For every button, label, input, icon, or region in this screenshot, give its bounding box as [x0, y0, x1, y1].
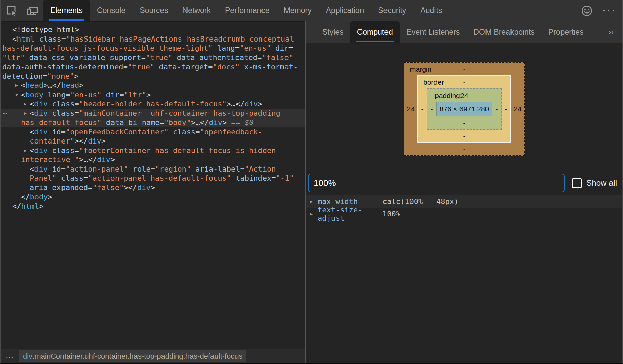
border-left-value[interactable]: - [418, 105, 427, 113]
collapse-arrow-icon[interactable]: ▼ [13, 90, 20, 100]
tab-memory[interactable]: Memory [277, 0, 319, 21]
expand-arrow-icon[interactable]: ▶ [22, 146, 29, 155]
breadcrumb-classes: .mainContainer.uhf-container.has-top-pad… [32, 352, 242, 361]
code-line[interactable]: <div id="action-panel" role="region" ari… [1, 164, 305, 174]
code-text: detection="none"> [1, 72, 78, 81]
margin-top-value[interactable]: - [463, 65, 466, 73]
tab-performance[interactable]: Performance [218, 0, 277, 21]
code-line[interactable]: has-default-focus js-focus-visible theme… [1, 44, 305, 53]
border-top-value[interactable]: - [463, 78, 466, 86]
property-value: calc(100% - 48px) [382, 197, 458, 206]
code-text: <body lang="en-us" dir="ltr"> [1, 90, 151, 100]
box-model-margin[interactable]: margin - 24 border - - [404, 62, 525, 156]
padding-left-value[interactable]: - [427, 105, 436, 113]
code-text: has-default-focus js-focus-visible theme… [1, 44, 293, 53]
padding-label: padding [435, 92, 460, 100]
feedback-smiley-icon[interactable] [580, 4, 593, 17]
code-text: <div class="header-holder has-default-fo… [1, 99, 263, 109]
devtools-toolbar: ElementsConsoleSourcesNetworkPerformance… [1, 0, 622, 22]
code-line[interactable]: </body> [1, 192, 305, 202]
expand-arrow-icon[interactable]: ▶ [310, 199, 318, 204]
toolbar-icons [1, 0, 43, 21]
code-line[interactable]: ⋯▶<div class="mainContainer uhf-containe… [1, 109, 305, 118]
box-model-section: margin - 24 border - - [306, 43, 622, 171]
padding-right-value[interactable]: - [492, 105, 501, 113]
selected-element-menu-icon[interactable]: ⋯ [3, 109, 7, 118]
tab-computed[interactable]: Computed [350, 21, 400, 43]
code-text: "ltr" data-css-variable-support="true" d… [1, 53, 293, 62]
border-bottom-value[interactable]: - [463, 132, 466, 140]
code-line[interactable]: ▼<body lang="en-us" dir="ltr"> [1, 90, 305, 100]
padding-bottom-value[interactable]: - [463, 119, 466, 127]
tab-sources[interactable]: Sources [132, 0, 175, 21]
breadcrumb-tag: div [23, 352, 32, 361]
tab-properties[interactable]: Properties [542, 21, 591, 43]
code-text: data-auth-status-determined="true" data-… [1, 62, 298, 72]
more-options-icon[interactable] [602, 4, 615, 17]
expand-arrow-icon[interactable]: ▶ [310, 211, 318, 216]
code-line[interactable]: <div id="openFeedbackContainer" class="o… [1, 127, 305, 137]
code-line[interactable]: ▶<div class="header-holder has-default-f… [1, 99, 305, 109]
expand-arrow-icon[interactable]: ▶ [22, 109, 29, 118]
code-line[interactable]: ▶<div class="footerContainer has-default… [1, 146, 305, 155]
margin-bottom-value[interactable]: - [463, 145, 466, 153]
code-text: <div class="mainContainer uhf-container … [1, 109, 280, 118]
box-model-padding[interactable]: padding 24 - 876 × 6971.280 - - [427, 88, 502, 130]
device-toolbar-icon[interactable] [26, 4, 39, 17]
code-text: <div class="footerContainer has-default-… [1, 146, 280, 155]
tab-dom-breakpoints[interactable]: DOM Breakpoints [467, 21, 542, 43]
breadcrumb-overflow-icon[interactable]: … [1, 350, 17, 363]
tab-overflow-chevron-icon[interactable]: » [600, 21, 622, 43]
code-text: <div id="openFeedbackContainer" class="o… [1, 127, 263, 137]
tab-security[interactable]: Security [371, 0, 413, 21]
code-line[interactable]: "ltr" data-css-variable-support="true" d… [1, 53, 305, 62]
tab-network[interactable]: Network [175, 0, 218, 21]
computed-filter-row: Show all [306, 171, 622, 195]
padding-top-value[interactable]: 24 [460, 92, 468, 100]
code-line[interactable]: aria-expanded="false"></div> [1, 183, 305, 192]
tab-styles[interactable]: Styles [316, 21, 350, 43]
box-model-border[interactable]: border - - padding 24 - [417, 75, 511, 143]
property-name: max-width [318, 197, 382, 206]
show-all-label: Show all [586, 178, 617, 188]
code-line[interactable]: Panel" class="action-panel has-default-f… [1, 174, 305, 183]
computed-filter-input[interactable] [308, 174, 565, 192]
computed-property-row[interactable]: ▶text-size-adjust100% [306, 208, 622, 220]
code-text: aria-expanded="false"></div> [1, 183, 155, 192]
tab-audits[interactable]: Audits [413, 0, 449, 21]
box-model-content[interactable]: 876 × 6971.280 [436, 102, 492, 116]
property-name: text-size-adjust [318, 206, 382, 223]
code-line[interactable]: interactive ">…</div> [1, 155, 305, 164]
devtools-window: ElementsConsoleSourcesNetworkPerformance… [0, 0, 623, 364]
tab-console[interactable]: Console [90, 0, 132, 21]
sidebar-tabbar: StylesComputedEvent ListenersDOM Breakpo… [306, 21, 622, 43]
tab-elements[interactable]: Elements [43, 0, 90, 21]
sidebar-tabs: StylesComputedEvent ListenersDOM Breakpo… [316, 21, 591, 43]
code-line[interactable]: detection="none"> [1, 72, 305, 81]
expand-arrow-icon[interactable]: ▶ [13, 81, 20, 90]
code-text: </body> [1, 192, 52, 202]
code-line[interactable]: data-auth-status-determined="true" data-… [1, 62, 305, 72]
code-text: interactive ">…</div> [1, 155, 115, 164]
inspect-element-icon[interactable] [5, 4, 18, 17]
elements-code-panel: <!doctype html><html class="hasSidebar h… [1, 22, 305, 349]
toolbar-right [580, 0, 622, 21]
margin-right-value[interactable]: 24 [511, 105, 524, 113]
code-line[interactable]: <!doctype html> [1, 25, 305, 34]
code-text: has-default-focus" data-bi-name="body">…… [1, 118, 254, 127]
code-line[interactable]: has-default-focus" data-bi-name="body">…… [1, 118, 305, 127]
toolbar-tabs: ElementsConsoleSourcesNetworkPerformance… [43, 0, 449, 21]
margin-left-value[interactable]: 24 [404, 105, 417, 113]
tab-application[interactable]: Application [319, 0, 371, 21]
code-line[interactable]: container"></div> [1, 136, 305, 146]
show-all-group: Show all [565, 178, 620, 188]
border-right-value[interactable]: - [502, 105, 510, 113]
show-all-checkbox[interactable] [572, 178, 582, 188]
tab-event-listeners[interactable]: Event Listeners [400, 21, 467, 43]
expand-arrow-icon[interactable]: ▶ [22, 99, 29, 109]
code-line[interactable]: ▶<head>…</head> [1, 81, 305, 90]
border-label: border [423, 78, 444, 86]
code-line[interactable]: <html class="hasSidebar hasPageActions h… [1, 34, 305, 44]
breadcrumb-selected-node[interactable]: div.mainContainer.uhf-container.has-top-… [19, 350, 246, 362]
code-line[interactable]: </html> [1, 202, 305, 211]
